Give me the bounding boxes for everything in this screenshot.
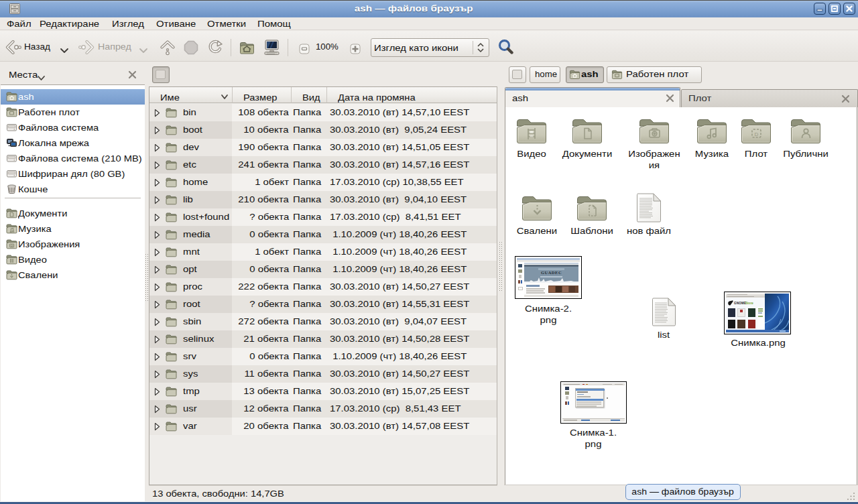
svg-text:D: D <box>755 131 759 137</box>
